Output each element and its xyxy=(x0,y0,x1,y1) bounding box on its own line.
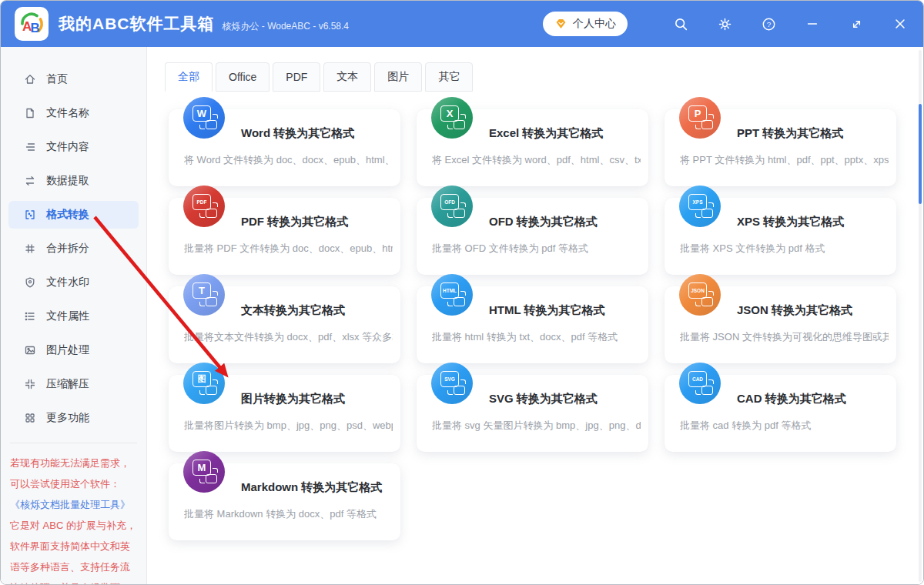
word-convert-icon: W xyxy=(183,97,225,139)
convert-frames-icon xyxy=(24,209,36,221)
card-excel-convert[interactable]: X Excel 转换为其它格式 将 Excel 文件转换为 word、pdf、h… xyxy=(417,109,648,186)
sidebar-item-label: 更多功能 xyxy=(46,411,89,425)
card-desc: 将 Excel 文件转换为 word、pdf、html、csv、txt、xps … xyxy=(432,153,641,167)
sidebar-item-compress[interactable]: 压缩解压 xyxy=(8,370,139,398)
app-window: A B 我的ABC软件工具箱 核烁办公 - WodeABC - v6.58.4 … xyxy=(0,0,924,585)
card-svg-convert[interactable]: SVG SVG 转换为其它格式 批量将 svg 矢量图片转换为 bmp、jpg、… xyxy=(417,375,648,452)
card-ofd-convert[interactable]: OFD OFD 转换为其它格式 批量将 OFD 文件转换为 pdf 等格式 xyxy=(417,198,648,275)
sidebar-item-file-props[interactable]: 文件属性 xyxy=(8,303,139,330)
tool-card-grid: W Word 转换为其它格式 将 Word 文件转换为 doc、docx、epu… xyxy=(165,92,923,540)
account-center-button[interactable]: 个人中心 xyxy=(543,12,628,36)
sidebar-item-label: 文件名称 xyxy=(46,106,89,120)
app-title: 我的ABC软件工具箱 xyxy=(59,13,215,35)
settings-gear-icon[interactable] xyxy=(715,15,734,33)
compress-arrows-icon xyxy=(24,378,36,390)
card-desc: 批量将 cad 转换为 pdf 等格式 xyxy=(680,419,889,433)
card-title: HTML 转换为其它格式 xyxy=(489,303,605,318)
tab-image[interactable]: 图片 xyxy=(374,62,422,92)
card-title: PPT 转换为其它格式 xyxy=(737,126,843,141)
app-logo-icon: A B xyxy=(15,7,49,41)
ppt-convert-icon: P xyxy=(679,97,721,139)
hash-icon xyxy=(24,242,36,255)
tab-all[interactable]: 全部 xyxy=(165,62,213,92)
card-desc: 批量将 XPS 文件转换为 pdf 格式 xyxy=(680,242,889,256)
image-icon xyxy=(24,344,36,356)
sidebar-item-data-extract[interactable]: 数据提取 xyxy=(8,167,139,195)
tab-other[interactable]: 其它 xyxy=(425,62,473,92)
scrollbar-thumb[interactable] xyxy=(919,104,922,204)
sidebar-item-label: 压缩解压 xyxy=(46,377,89,391)
sidebar-item-image-process[interactable]: 图片处理 xyxy=(8,336,139,364)
tab-office[interactable]: Office xyxy=(216,62,270,92)
card-desc: 批量将图片转换为 bmp、jpg、png、psd、webp、gif 等 xyxy=(184,419,393,433)
card-html-convert[interactable]: HTML HTML 转换为其它格式 批量将 html 转换为 txt、docx、… xyxy=(417,286,648,363)
image-convert-icon: 图 xyxy=(183,363,225,404)
sidebar-item-watermark[interactable]: 文件水印 xyxy=(8,269,139,296)
scrollbar-track[interactable] xyxy=(919,50,922,582)
sidebar-item-file-name[interactable]: 文件名称 xyxy=(8,99,139,127)
sidebar-item-label: 首页 xyxy=(46,72,68,86)
svg-convert-icon: SVG xyxy=(431,363,473,404)
sidebar-item-label: 文件内容 xyxy=(46,140,89,154)
svg-text:?: ? xyxy=(766,20,771,28)
search-icon[interactable] xyxy=(671,15,690,33)
sidebar-item-home[interactable]: 首页 xyxy=(8,65,139,93)
card-json-convert[interactable]: JSON JSON 转换为其它格式 批量将 JSON 文件转换为可视化的思维导图… xyxy=(665,286,896,363)
card-desc: 批量将 PDF 文件转换为 doc、docx、epub、html、txt 等 xyxy=(184,242,393,256)
card-ppt-convert[interactable]: P PPT 转换为其它格式 将 PPT 文件转换为 html、pdf、ppt、p… xyxy=(665,109,896,186)
card-title: 文本转换为其它格式 xyxy=(241,303,345,318)
card-desc: 将 PPT 文件转换为 html、pdf、ppt、pptx、xps 等格式 xyxy=(680,153,889,167)
pdf-convert-icon: PDF xyxy=(183,186,225,227)
excel-convert-icon: X xyxy=(431,97,473,139)
card-desc: 批量将 Markdown 转换为 docx、pdf 等格式 xyxy=(184,507,393,521)
html-convert-icon: HTML xyxy=(431,274,473,316)
card-title: JSON 转换为其它格式 xyxy=(737,303,852,318)
card-title: Word 转换为其它格式 xyxy=(241,126,354,141)
vip-gem-icon xyxy=(554,18,567,30)
tab-text[interactable]: 文本 xyxy=(323,62,371,92)
app-subtitle: 核烁办公 - WodeABC - v6.58.4 xyxy=(223,20,350,33)
properties-list-icon xyxy=(24,310,36,323)
list-lines-icon xyxy=(24,141,36,153)
card-title: Excel 转换为其它格式 xyxy=(489,126,603,141)
file-icon xyxy=(24,107,36,119)
sidebar-item-label: 文件属性 xyxy=(46,309,89,323)
sidebar-item-format-convert[interactable]: 格式转换 xyxy=(8,201,139,229)
note-link[interactable]: 《核烁文档批量处理工具》 xyxy=(10,499,130,510)
account-center-label: 个人中心 xyxy=(573,17,616,31)
maximize-icon[interactable] xyxy=(847,15,865,33)
card-pdf-convert[interactable]: PDF PDF 转换为其它格式 批量将 PDF 文件转换为 doc、docx、e… xyxy=(169,198,400,275)
card-title: OFD 转换为其它格式 xyxy=(489,215,598,229)
card-xps-convert[interactable]: XPS XPS 转换为其它格式 批量将 XPS 文件转换为 pdf 格式 xyxy=(665,198,896,275)
sidebar: 首页 文件名称 文件内容 数据提取 格式转换 合并拆分 xyxy=(1,47,147,585)
sidebar-note: 若现有功能无法满足需求，可以尝试使用这个软件： 《核烁文档批量处理工具》 它是对… xyxy=(10,443,137,585)
card-image-convert[interactable]: 图 图片转换为其它格式 批量将图片转换为 bmp、jpg、png、psd、web… xyxy=(169,375,400,452)
minimize-icon[interactable] xyxy=(803,15,822,33)
card-title: SVG 转换为其它格式 xyxy=(489,392,598,406)
card-markdown-convert[interactable]: M Markdown 转换为其它格式 批量将 Markdown 转换为 docx… xyxy=(169,463,400,540)
ofd-convert-icon: OFD xyxy=(431,186,473,227)
main-content: 全部 Office PDF 文本 图片 其它 W Word 转换为其它格式 将 … xyxy=(147,47,923,585)
tab-pdf[interactable]: PDF xyxy=(273,62,320,92)
grid-icon xyxy=(24,412,36,424)
sidebar-item-more[interactable]: 更多功能 xyxy=(8,404,139,432)
card-word-convert[interactable]: W Word 转换为其它格式 将 Word 文件转换为 doc、docx、epu… xyxy=(169,109,400,186)
sidebar-item-merge-split[interactable]: 合并拆分 xyxy=(8,235,139,262)
svg-text:B: B xyxy=(31,21,40,35)
xps-convert-icon: XPS xyxy=(679,186,721,227)
markdown-convert-icon: M xyxy=(183,451,225,493)
sidebar-item-label: 文件水印 xyxy=(46,276,89,289)
shield-icon xyxy=(24,276,36,289)
sidebar-item-label: 图片处理 xyxy=(46,343,89,357)
help-icon[interactable]: ? xyxy=(759,15,778,33)
close-icon[interactable] xyxy=(891,15,909,33)
sidebar-item-file-content[interactable]: 文件内容 xyxy=(8,133,139,161)
sidebar-item-label: 数据提取 xyxy=(46,174,89,188)
card-text-convert[interactable]: T 文本转换为其它格式 批量将文本文件转换为 docx、pdf、xlsx 等众多… xyxy=(169,286,400,363)
titlebar: A B 我的ABC软件工具箱 核烁办公 - WodeABC - v6.58.4 … xyxy=(1,1,923,47)
card-desc: 批量将 svg 矢量图片转换为 bmp、jpg、png、docx 等格式 xyxy=(432,419,641,433)
note-text-2: 它是对 ABC 的扩展与补充，软件界面支持简体中文和英语等多种语言、支持任务流连… xyxy=(10,520,136,585)
card-title: CAD 转换为其它格式 xyxy=(737,392,846,406)
card-title: 图片转换为其它格式 xyxy=(241,392,345,406)
card-cad-convert[interactable]: CAD CAD 转换为其它格式 批量将 cad 转换为 pdf 等格式 xyxy=(665,375,896,452)
